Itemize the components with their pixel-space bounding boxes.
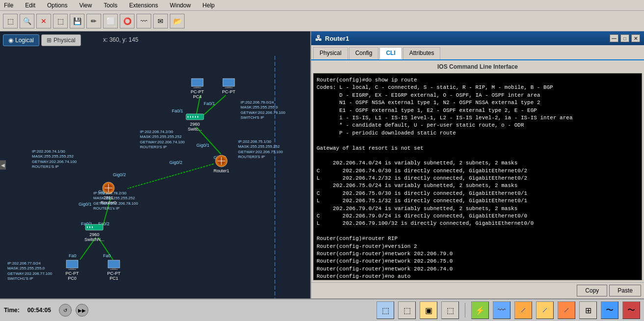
menu-options[interactable]: Options	[45, 1, 69, 10]
physical-tab[interactable]: ⊞ Physical	[41, 34, 81, 46]
cli-terminal[interactable]: Router(config)#do show ip route Codes: L…	[313, 73, 642, 280]
router1-label: Router1	[214, 168, 229, 173]
note-tool[interactable]: ✉	[153, 14, 168, 28]
svg-text:Gig0/2: Gig0/2	[113, 172, 126, 177]
logical-icon: ◉	[8, 37, 13, 44]
ip-label-6: IP:202.206.77.0/24MASK:255.255.255.0GETW…	[7, 261, 52, 282]
coordinates: x: 360, y: 145	[103, 36, 138, 43]
svg-text:Fa0: Fa0	[69, 253, 77, 258]
delete-tool[interactable]: ✕	[36, 14, 51, 28]
svg-rect-26	[186, 114, 204, 120]
physical-label: Physical	[54, 37, 76, 44]
pc-right-label: PC-PT	[222, 89, 236, 94]
svg-rect-44	[66, 260, 78, 268]
bottom-tool-6[interactable]: 〰	[493, 301, 510, 319]
menu-extensions[interactable]: Extensions	[127, 1, 160, 10]
svg-rect-40	[85, 224, 103, 230]
paste-button[interactable]: Paste	[609, 285, 641, 296]
minimize-button[interactable]: —	[610, 34, 618, 42]
svg-text:Gig0/1: Gig0/1	[196, 143, 210, 148]
rect-tool[interactable]: ⬜	[103, 14, 118, 28]
tab-attributes[interactable]: Attributes	[403, 47, 441, 59]
tab-config[interactable]: Config	[349, 47, 379, 59]
router-footer: Copy Paste	[311, 282, 644, 298]
tab-cli[interactable]: CLI	[379, 47, 402, 59]
menu-file[interactable]: File	[2, 1, 15, 10]
draw-tool[interactable]: ✏	[86, 14, 101, 28]
close-button[interactable]: ✕	[631, 34, 640, 42]
play-button[interactable]: ▶▶	[76, 304, 88, 317]
router-title-bar: 🖧 Router1 — □ ✕	[311, 31, 644, 45]
time-value: 00:54:05	[27, 307, 51, 314]
node-switch-top[interactable]: 2960Switc...	[186, 112, 204, 132]
ip-label-1: IP:202.206.74.1/30MASK:255.255.255.252GE…	[32, 149, 77, 170]
menu-bar: File Edit Options View Tools Extensions …	[0, 0, 644, 11]
router-window: 🖧 Router1 — □ ✕ Physical Config CLI Attr…	[310, 31, 644, 298]
node-pc0[interactable]: PC-PTPC0	[65, 260, 79, 281]
left-scroll-handle[interactable]: ◀	[0, 160, 6, 170]
bottom-tool-9[interactable]: ⟋	[558, 301, 575, 319]
bottom-tool-12[interactable]: 〜	[622, 301, 640, 319]
toolbar: ⬚ 🔍 ✕ ⬚ 💾 ✏ ⬜ ⭕ 〰 ✉ 📂	[0, 11, 644, 31]
save-tool[interactable]: 💾	[70, 14, 84, 28]
node-pc-right[interactable]: PC-PT	[222, 78, 236, 94]
svg-rect-46	[68, 269, 76, 270]
node-router1[interactable]: Router1	[214, 154, 229, 173]
menu-help[interactable]: Help	[201, 1, 217, 10]
switch-top-icon	[186, 112, 204, 121]
bottom-tool-11[interactable]: 〜	[601, 301, 618, 319]
pc1-icon	[107, 260, 121, 270]
bottom-tool-5[interactable]: ⚡	[471, 301, 489, 319]
switch-top-label: 2960Switc...	[188, 122, 202, 132]
menu-tools[interactable]: Tools	[102, 1, 119, 10]
node-pc4[interactable]: PC-PTPC4	[190, 78, 204, 99]
svg-text:Gig0/2: Gig0/2	[169, 160, 183, 165]
bottom-tool-8[interactable]: ⟋	[536, 301, 554, 319]
ip-label-2: IP:202.206.74.2/30MASK:255.255.255.252GE…	[140, 130, 185, 150]
pc-icon-right	[222, 78, 236, 89]
main-area: ◉ Logical ⊞ Physical x: 360, y: 145 ◀	[0, 31, 644, 298]
svg-line-1	[204, 95, 226, 115]
ip-label-5: IP:202.206.78.2/30MASK:255.255.255.252GE…	[93, 191, 138, 212]
bottom-tool-4[interactable]: ⬚	[441, 301, 459, 319]
menu-window[interactable]: Window	[168, 1, 193, 10]
zoom-tool[interactable]: 🔍	[20, 14, 34, 28]
menu-edit[interactable]: Edit	[23, 1, 37, 10]
tab-physical[interactable]: Physical	[313, 47, 348, 59]
cli-output: Router(config)#do show ip route Codes: L…	[317, 77, 639, 280]
bottom-tool-7[interactable]: ⟋	[514, 301, 532, 319]
svg-rect-47	[108, 260, 120, 268]
menu-view[interactable]: View	[77, 1, 94, 10]
node-switch-bottom[interactable]: 2960SwitchN...	[84, 223, 105, 242]
select-area-tool[interactable]: ⬚	[53, 14, 68, 28]
switch-bottom-label: 2960SwitchN...	[84, 232, 105, 242]
svg-text:Fa0: Fa0	[103, 253, 111, 258]
svg-rect-22	[193, 87, 201, 88]
view-tabs: ◉ Logical ⊞ Physical	[3, 34, 81, 46]
router-icon: 🖧	[315, 34, 322, 42]
svg-text:Gig0/1: Gig0/1	[79, 202, 92, 207]
bottom-tool-3[interactable]: ▣	[420, 301, 437, 319]
line-tool[interactable]: 〰	[136, 14, 151, 28]
bottom-tool-10[interactable]: ⊞	[579, 301, 597, 319]
bottom-tool-2[interactable]: ⬚	[398, 301, 416, 319]
ios-title: IOS Command Line Interface	[311, 60, 644, 73]
reset-button[interactable]: ↺	[59, 304, 72, 317]
ip-label-3: IP:202.206.79.0/24MASK:255.255.255.0GETW…	[241, 100, 285, 121]
ip-label-4: IP:202.206.75.1/30MASK:255.255.255.252GE…	[238, 139, 283, 160]
maximize-button[interactable]: □	[620, 34, 629, 42]
open-tool[interactable]: 📂	[170, 14, 185, 28]
router-title: Router1	[325, 35, 349, 42]
router1-icon	[214, 154, 229, 168]
logical-tab[interactable]: ◉ Logical	[3, 34, 39, 46]
network-canvas[interactable]: ◉ Logical ⊞ Physical x: 360, y: 145 ◀	[0, 31, 310, 298]
svg-rect-25	[225, 87, 233, 88]
bottom-tool-1[interactable]: ⬚	[376, 301, 394, 319]
pc1-label: PC-PTPC1	[107, 271, 121, 281]
ellipse-tool[interactable]: ⭕	[120, 14, 134, 28]
pc4-label: PC-PTPC4	[191, 89, 204, 99]
select-tool[interactable]: ⬚	[3, 14, 18, 28]
physical-icon: ⊞	[47, 37, 52, 44]
copy-button[interactable]: Copy	[577, 285, 607, 296]
node-pc1[interactable]: PC-PTPC1	[107, 260, 121, 281]
